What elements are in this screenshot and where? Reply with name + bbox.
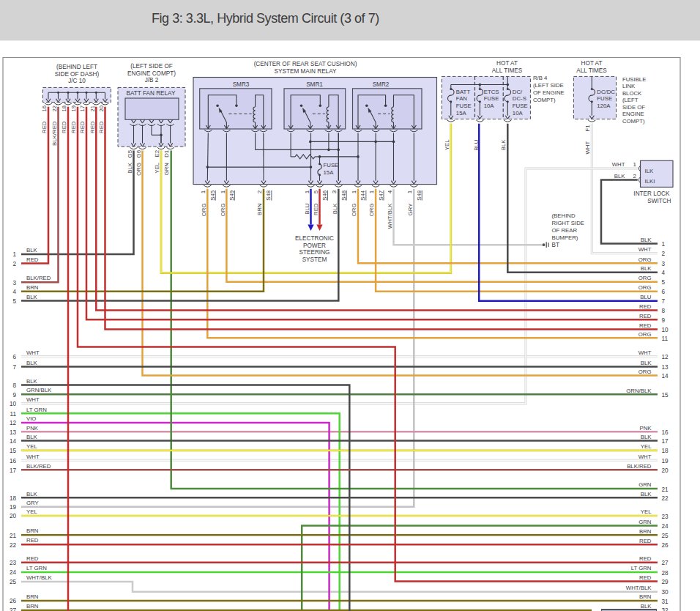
svg-text:14: 14 bbox=[662, 373, 669, 379]
svg-text:25: 25 bbox=[662, 533, 669, 539]
svg-text:6: 6 bbox=[12, 354, 16, 360]
svg-text:RED: RED bbox=[26, 537, 39, 544]
svg-text:27: 27 bbox=[662, 560, 669, 566]
svg-text:RED: RED bbox=[639, 538, 652, 544]
svg-text:BRN: BRN bbox=[26, 527, 38, 534]
svg-text:BLK: BLK bbox=[26, 491, 38, 497]
svg-text:GRN/BLK: GRN/BLK bbox=[26, 387, 52, 393]
svg-text:ALL TIMES: ALL TIMES bbox=[576, 67, 607, 74]
svg-text:1: 1 bbox=[368, 190, 375, 193]
svg-text:2: 2 bbox=[256, 190, 263, 193]
svg-text:LT GRN: LT GRN bbox=[26, 565, 47, 571]
svg-text:ALL TIMES: ALL TIMES bbox=[492, 67, 523, 74]
svg-text:BLK: BLK bbox=[641, 603, 652, 610]
svg-text:14: 14 bbox=[10, 438, 17, 445]
svg-text:(LEFT SIDE: (LEFT SIDE bbox=[533, 82, 564, 89]
svg-text:BLK: BLK bbox=[641, 434, 652, 440]
svg-text:21: 21 bbox=[10, 533, 17, 539]
svg-text:1: 1 bbox=[633, 161, 637, 168]
svg-text:8: 8 bbox=[662, 308, 666, 314]
svg-text:BLK: BLK bbox=[614, 173, 626, 179]
svg-text:26: 26 bbox=[10, 598, 17, 604]
svg-text:12: 12 bbox=[662, 354, 669, 360]
svg-text:WHT: WHT bbox=[584, 141, 591, 155]
svg-text:BLK: BLK bbox=[127, 162, 133, 174]
svg-text:ETCS: ETCS bbox=[484, 89, 499, 95]
svg-text:1: 1 bbox=[304, 190, 310, 193]
svg-text:BLK: BLK bbox=[26, 360, 38, 366]
svg-text:BRN: BRN bbox=[639, 593, 651, 600]
svg-text:WHT: WHT bbox=[638, 246, 652, 253]
svg-text:SIDE OF DASH): SIDE OF DASH) bbox=[55, 71, 100, 78]
svg-text:RED: RED bbox=[639, 555, 652, 562]
svg-text:WHT/BLK: WHT/BLK bbox=[26, 574, 52, 581]
svg-text:ENGINE COMPT): ENGINE COMPT) bbox=[127, 70, 176, 77]
svg-text:GRN/BLK: GRN/BLK bbox=[626, 388, 652, 394]
svg-text:BLK/RED: BLK/RED bbox=[51, 121, 58, 146]
svg-text:32: 32 bbox=[662, 607, 669, 611]
svg-text:ORG: ORG bbox=[638, 284, 652, 291]
svg-text:16: 16 bbox=[41, 105, 48, 112]
svg-text:31: 31 bbox=[662, 599, 669, 605]
svg-text:ILKI: ILKI bbox=[645, 178, 655, 185]
svg-text:YEL: YEL bbox=[26, 508, 37, 515]
svg-text:BLK: BLK bbox=[641, 360, 652, 366]
svg-text:YEL: YEL bbox=[444, 139, 450, 150]
svg-text:BLK: BLK bbox=[641, 265, 652, 272]
svg-text:FAN: FAN bbox=[456, 95, 467, 102]
svg-text:RED: RED bbox=[70, 121, 77, 133]
svg-text:RED: RED bbox=[639, 313, 652, 319]
svg-text:3: 3 bbox=[332, 190, 338, 193]
svg-text:S47: S47 bbox=[378, 190, 384, 201]
svg-text:PNK: PNK bbox=[26, 425, 39, 432]
svg-text:POWER: POWER bbox=[303, 242, 326, 249]
svg-text:19: 19 bbox=[70, 105, 77, 112]
svg-text:7: 7 bbox=[662, 298, 666, 305]
svg-text:3: 3 bbox=[662, 261, 666, 267]
svg-text:ORG: ORG bbox=[201, 204, 207, 217]
svg-text:BATT: BATT bbox=[456, 89, 471, 95]
svg-text:1: 1 bbox=[201, 190, 207, 193]
svg-text:HOT AT: HOT AT bbox=[581, 60, 603, 67]
svg-text:2: 2 bbox=[633, 173, 637, 179]
svg-text:10: 10 bbox=[10, 401, 17, 407]
svg-text:D1: D1 bbox=[163, 149, 170, 158]
svg-text:S48: S48 bbox=[266, 190, 272, 201]
svg-text:RED: RED bbox=[639, 574, 652, 581]
svg-text:SYSTEM: SYSTEM bbox=[302, 256, 327, 263]
svg-text:BLOCK: BLOCK bbox=[622, 90, 642, 97]
svg-text:LINK: LINK bbox=[622, 83, 636, 89]
svg-text:BUMPER): BUMPER) bbox=[552, 234, 578, 241]
svg-text:18: 18 bbox=[61, 105, 67, 112]
svg-text:1: 1 bbox=[407, 190, 414, 193]
svg-text:ORG: ORG bbox=[638, 256, 652, 263]
svg-text:PNK: PNK bbox=[639, 425, 652, 432]
svg-text:FUSE: FUSE bbox=[597, 95, 612, 102]
svg-text:(BEHIND LEFT: (BEHIND LEFT bbox=[56, 64, 97, 70]
svg-text:BRN: BRN bbox=[639, 528, 651, 535]
svg-text:24: 24 bbox=[662, 523, 669, 530]
svg-text:BLK: BLK bbox=[500, 139, 507, 151]
svg-text:ENGINE: ENGINE bbox=[622, 111, 644, 117]
svg-text:23: 23 bbox=[10, 560, 17, 566]
svg-text:F1: F1 bbox=[584, 125, 591, 132]
svg-text:2: 2 bbox=[12, 261, 16, 267]
svg-text:BRN: BRN bbox=[26, 284, 38, 291]
svg-text:BRN: BRN bbox=[26, 593, 38, 600]
svg-text:26: 26 bbox=[662, 542, 669, 549]
svg-text:10A: 10A bbox=[484, 103, 495, 109]
svg-text:4: 4 bbox=[662, 270, 666, 276]
svg-text:21: 21 bbox=[662, 486, 669, 493]
svg-text:5: 5 bbox=[662, 279, 666, 286]
svg-text:FUSE: FUSE bbox=[484, 95, 499, 102]
svg-text:9: 9 bbox=[12, 392, 16, 399]
svg-text:G6: G6 bbox=[135, 149, 142, 158]
svg-text:E2: E2 bbox=[154, 149, 160, 157]
svg-text:Fig 3: 3.3L, Hybrid System Cir: Fig 3: 3.3L, Hybrid System Circuit (3 of… bbox=[152, 11, 379, 26]
svg-text:BLK/RED: BLK/RED bbox=[627, 463, 652, 470]
svg-text:RED: RED bbox=[639, 303, 652, 310]
svg-text:19: 19 bbox=[662, 458, 669, 464]
svg-text:OF ENGINE: OF ENGINE bbox=[533, 89, 565, 96]
svg-text:RED: RED bbox=[639, 322, 652, 329]
svg-text:15A: 15A bbox=[456, 110, 467, 116]
